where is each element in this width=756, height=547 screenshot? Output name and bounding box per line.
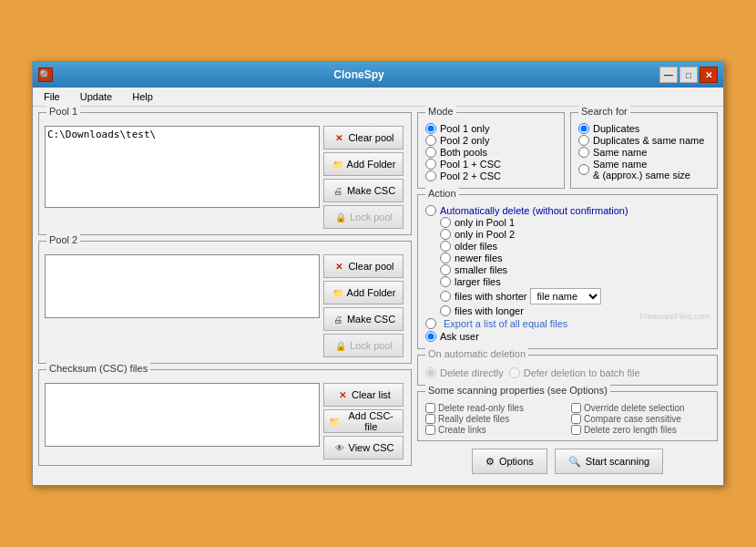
pool1-list[interactable]: C:\Downloads\test\ (45, 126, 320, 208)
csc-add-button[interactable]: 📁 Add CSC-file (323, 409, 404, 433)
left-panel: Pool 1 C:\Downloads\test\ ✕ Clear pool 📁… (38, 112, 412, 480)
action-smaller-radio[interactable] (440, 264, 451, 275)
action-auto-label: Automatically delete (without confirmati… (440, 205, 628, 216)
pool2-add-folder-icon: 📁 (332, 286, 344, 299)
mode-pool1-radio[interactable] (425, 123, 436, 134)
prop-override-delete-checkbox[interactable] (571, 403, 581, 413)
action-export-label: Export a list of all equal files (444, 318, 567, 329)
mode-pool1-row: Pool 1 only (425, 123, 557, 134)
mode-pool1csc-radio[interactable] (425, 159, 436, 170)
mode-pool1csc-row: Pool 1 + CSC (425, 159, 557, 170)
csc-title: Checksum (CSC) files (46, 363, 150, 374)
csc-clear-button[interactable]: ✕ Clear list (323, 383, 404, 407)
prop-delete-readonly: Delete read-only files (425, 403, 564, 413)
prop-delete-readonly-checkbox[interactable] (425, 403, 435, 413)
action-export-row: Export a list of all equal files (425, 317, 710, 330)
pool1-lock-button[interactable]: 🔒 Lock pool (323, 205, 404, 229)
pool2-add-folder-button[interactable]: 📁 Add Folder (323, 281, 404, 304)
action-auto-radio[interactable] (425, 205, 436, 216)
delete-directly-label: Delete directly (440, 367, 504, 378)
mode-pool1csc-label: Pool 1 + CSC (440, 159, 501, 170)
mode-group: Mode Pool 1 only Pool 2 only Both pools (417, 112, 565, 189)
search-same-name-label: Same name (593, 147, 647, 158)
action-newer-radio[interactable] (440, 253, 451, 263)
action-longer-radio[interactable] (440, 305, 451, 316)
action-older-row: older files (440, 241, 710, 252)
pool1-group: Pool 1 C:\Downloads\test\ ✕ Clear pool 📁… (38, 112, 412, 235)
search-approx-radio[interactable] (578, 164, 589, 175)
prop-compare-case-checkbox[interactable] (571, 414, 581, 424)
pool2-clear-button[interactable]: ✕ Clear pool (323, 254, 404, 278)
mode-pool2-radio[interactable] (425, 135, 436, 146)
options-button[interactable]: ⚙ Options (472, 449, 547, 474)
search-for-group: Search for Duplicates Duplicates & same … (570, 112, 718, 189)
maximize-button[interactable]: □ (679, 67, 698, 83)
mode-pool2-row: Pool 2 only (425, 135, 557, 146)
main-content: Pool 1 C:\Downloads\test\ ✕ Clear pool 📁… (33, 107, 723, 485)
defer-deletion-radio[interactable] (509, 367, 520, 378)
csc-list[interactable] (45, 383, 320, 447)
prop-compare-case: Compare case sensitive (571, 414, 710, 424)
search-same-name-row: Same name (578, 147, 710, 158)
options-icon: ⚙ (485, 456, 495, 468)
search-dup-name-radio[interactable] (578, 135, 589, 146)
search-same-name-radio[interactable] (578, 147, 589, 158)
action-title: Action (425, 188, 459, 199)
pool2-make-csc-icon: 🖨 (332, 313, 344, 325)
action-shorter-radio[interactable] (440, 291, 451, 302)
action-ask-row: Ask user (425, 331, 710, 342)
csc-clear-x-icon: ✕ (336, 388, 349, 401)
action-export-radio[interactable] (425, 318, 436, 329)
action-pool1-row: only in Pool 1 (440, 217, 710, 228)
search-dup-row: Duplicates (578, 123, 710, 134)
action-larger-label: larger files (455, 276, 501, 287)
mode-both-radio[interactable] (425, 147, 436, 158)
prop-create-links-checkbox[interactable] (425, 425, 435, 435)
filename-dropdown[interactable]: file name path name (530, 288, 601, 304)
action-larger-radio[interactable] (440, 276, 451, 287)
prop-really-delete: Really delete files (425, 414, 564, 424)
pool2-clear-x-icon: ✕ (332, 260, 345, 273)
action-group: Action Automatically delete (without con… (417, 194, 718, 349)
search-dup-name-label: Duplicates & same name (593, 135, 704, 146)
pool1-add-folder-button[interactable]: 📁 Add Folder (323, 152, 404, 176)
pool2-list[interactable] (45, 254, 320, 318)
action-older-radio[interactable] (440, 241, 451, 252)
minimize-button[interactable]: — (659, 67, 678, 83)
pool1-clear-button[interactable]: ✕ Clear pool (323, 126, 404, 150)
mode-pool2csc-radio[interactable] (425, 170, 436, 181)
window-title: CloneSpy (58, 68, 659, 81)
csc-view-button[interactable]: 👁 View CSC (323, 436, 404, 459)
prop-delete-zero: Delete zero length files (571, 425, 710, 435)
csc-view-icon: 👁 (333, 441, 346, 454)
action-auto-row: Automatically delete (without confirmati… (425, 205, 710, 216)
search-approx-label: Same name& (approx.) same size (593, 159, 690, 181)
prop-really-delete-checkbox[interactable] (425, 414, 435, 424)
action-shorter-label: files with shorter (455, 291, 526, 302)
menu-update[interactable]: Update (75, 89, 117, 104)
start-scanning-button[interactable]: 🔍 Start scanning (555, 449, 663, 474)
close-button[interactable]: ✕ (700, 67, 718, 83)
pool2-buttons: ✕ Clear pool 📁 Add Folder 🖨 Make CSC (323, 254, 405, 357)
delete-directly-radio[interactable] (425, 367, 436, 378)
start-scan-icon: 🔍 (568, 456, 581, 468)
add-folder-icon: 📁 (332, 158, 344, 170)
menu-help[interactable]: Help (127, 89, 158, 104)
action-ask-label: Ask user (440, 331, 479, 342)
action-newer-label: newer files (455, 253, 503, 263)
pool1-make-csc-button[interactable]: 🖨 Make CSC (323, 179, 404, 202)
action-pool1-radio[interactable] (440, 217, 451, 228)
menu-file[interactable]: File (38, 89, 66, 104)
action-ask-radio[interactable] (425, 331, 436, 342)
mode-pool2csc-label: Pool 2 + CSC (440, 170, 501, 181)
pool2-title: Pool 2 (46, 234, 80, 245)
on-auto-group: On automatic deletion Delete directly De… (417, 355, 718, 386)
prop-delete-zero-checkbox[interactable] (571, 425, 581, 435)
mode-both-row: Both pools (425, 147, 557, 158)
pool2-lock-button[interactable]: 🔒 Lock pool (323, 334, 404, 357)
action-pool2-radio[interactable] (440, 229, 451, 240)
search-dup-radio[interactable] (578, 123, 589, 134)
defer-deletion-row: Defer deletion to batch file (509, 367, 640, 378)
pool2-make-csc-button[interactable]: 🖨 Make CSC (323, 307, 404, 331)
delete-directly-row: Delete directly (425, 367, 504, 378)
